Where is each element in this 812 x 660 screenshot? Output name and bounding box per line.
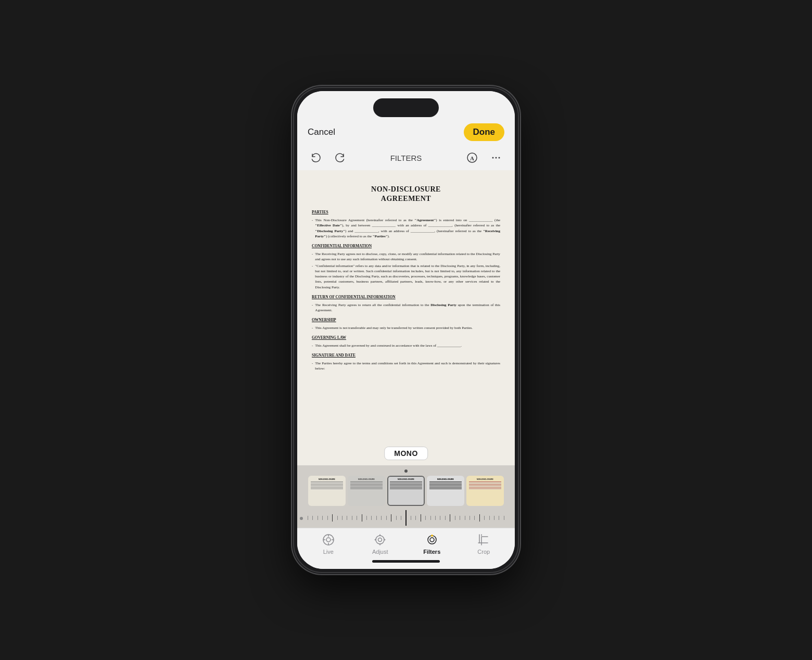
document-area: NON-DISCLOSURE AGREEMENT PARTIES - This …: [297, 170, 515, 465]
markup-button[interactable]: A: [464, 149, 480, 166]
section-signature-bullet1: - The Parties hereby agree to the terms …: [312, 361, 500, 371]
tab-live-label: Live: [323, 549, 334, 555]
section-parties-title: PARTIES: [312, 210, 500, 215]
filter-thumb-dark[interactable]: NON-DISCLOSURE: [427, 476, 464, 506]
phone-frame: Cancel Done FILTERS: [294, 88, 518, 572]
more-button[interactable]: [488, 149, 504, 166]
tab-adjust[interactable]: Adjust: [364, 532, 396, 555]
tab-filters[interactable]: Filters: [416, 532, 448, 555]
section-return-title: RETURN OF CONFIDENTIAL INFORMATION: [312, 295, 500, 300]
tab-live[interactable]: Live: [313, 532, 344, 555]
cancel-button[interactable]: Cancel: [308, 127, 335, 137]
filter-badge: MONO: [384, 447, 428, 460]
section-parties-bullet1: - This Non-Disclosure Agreement (hereina…: [312, 218, 500, 239]
tab-filters-label: Filters: [423, 549, 440, 555]
section-ownership-bullet1: - This Agreement is not transferable and…: [312, 325, 500, 331]
page-dot: [297, 469, 515, 473]
svg-point-12: [378, 538, 382, 542]
section-signature-title: SIGNATURE AND DATE: [312, 353, 500, 359]
filter-thumb-grayscale[interactable]: NON-DISCLOSURE: [348, 476, 385, 506]
dynamic-island: [373, 98, 439, 117]
toolbar-left: [308, 149, 348, 166]
filter-thumb-original[interactable]: NON-DISCLOSURE: [308, 476, 346, 506]
svg-point-20: [432, 535, 433, 536]
phone-screen: Cancel Done FILTERS: [297, 91, 515, 569]
filter-thumbnails: NON-DISCLOSURE NON-DISCLOSURE: [297, 476, 515, 506]
document-title: NON-DISCLOSURE AGREEMENT: [312, 185, 500, 204]
filter-strip-area: NON-DISCLOSURE NON-DISCLOSURE: [297, 465, 515, 509]
svg-point-3: [496, 157, 497, 159]
tab-crop-label: Crop: [477, 549, 490, 555]
tab-adjust-label: Adjust: [372, 549, 388, 555]
bottom-tabs: Live Adjust: [297, 528, 515, 557]
section-return-bullet1: - The Receiving Party agrees to return a…: [312, 302, 500, 313]
svg-point-11: [376, 536, 384, 544]
section-confidential-bullet1: - The Receiving Party agrees not to disc…: [312, 251, 500, 262]
toolbar-title: FILTERS: [348, 154, 464, 162]
svg-point-6: [326, 538, 331, 542]
document-content: NON-DISCLOSURE AGREEMENT PARTIES - This …: [297, 170, 515, 465]
home-indicator: [297, 557, 515, 569]
done-button[interactable]: Done: [464, 123, 505, 141]
home-bar: [372, 560, 440, 563]
svg-point-18: [430, 538, 434, 542]
svg-point-17: [428, 536, 436, 544]
section-governing-bullet1: - This Agreement shall be governed by an…: [312, 343, 500, 348]
tab-crop[interactable]: Crop: [468, 532, 499, 555]
section-confidential-title: CONFIDENTIAL INFORMATION: [312, 244, 500, 249]
svg-text:A: A: [470, 155, 474, 161]
live-icon: [321, 532, 336, 547]
document-page: NON-DISCLOSURE AGREEMENT PARTIES - This …: [297, 170, 515, 465]
section-ownership-title: OWNERSHIP: [312, 318, 500, 323]
toolbar-right: A: [464, 149, 504, 166]
svg-point-2: [492, 157, 494, 159]
crop-icon: [476, 532, 491, 547]
section-confidential-bullet2: - "Confidential information" refers to a…: [312, 263, 500, 290]
svg-point-4: [499, 157, 500, 159]
adjust-icon: [373, 532, 387, 547]
undo-button[interactable]: [308, 149, 324, 166]
slider-track[interactable]: [297, 510, 515, 526]
filters-icon: [425, 532, 439, 547]
section-governing-title: GOVERNING LAW: [312, 335, 500, 341]
redo-button[interactable]: [332, 149, 348, 166]
slider-area[interactable]: [297, 509, 515, 528]
toolbar: FILTERS A: [297, 147, 515, 170]
filter-thumb-vivid[interactable]: NON-DISCLOSURE: [466, 476, 504, 506]
filter-thumb-mono[interactable]: NON-DISCLOSURE: [387, 476, 425, 506]
slider-indicator: [405, 510, 407, 526]
